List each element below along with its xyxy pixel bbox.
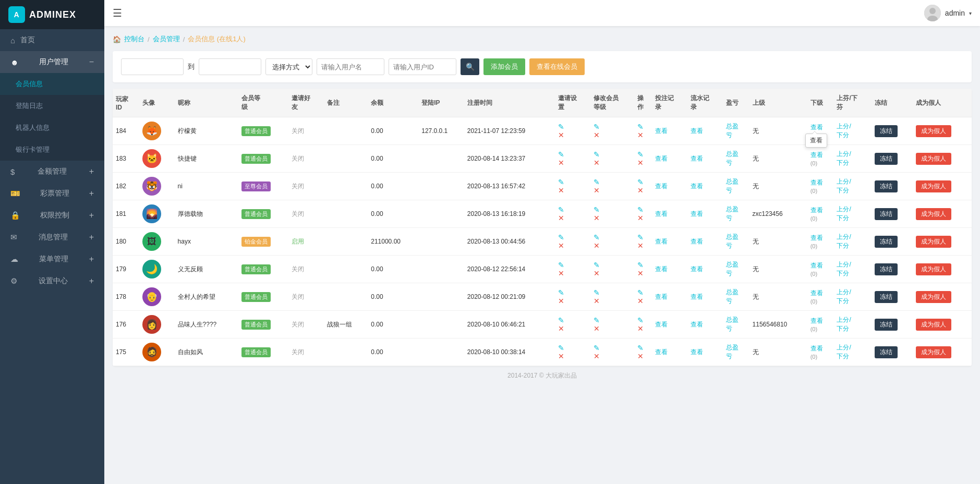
sidebar-item-member-info[interactable]: 会员信息	[0, 73, 104, 95]
down-score-link[interactable]: 下分	[837, 325, 849, 332]
breadcrumb-member-mgmt[interactable]: 会员管理	[153, 34, 180, 44]
become-fake-button[interactable]: 成为假人	[916, 180, 951, 192]
sidebar-item-lottery[interactable]: 🎫 彩票管理 +	[0, 183, 104, 204]
become-fake-button[interactable]: 成为假人	[916, 319, 951, 331]
freeze-button[interactable]: 冻结	[875, 319, 898, 331]
view-lower-link[interactable]: 查看	[810, 207, 823, 214]
flow-record-link[interactable]: 查看	[691, 348, 703, 356]
invite-setting-edit-icon[interactable]: ✎	[558, 178, 564, 186]
freeze-button[interactable]: 冻结	[875, 263, 898, 275]
ops-edit-icon[interactable]: ✎	[637, 288, 644, 297]
become-fake-button[interactable]: 成为假人	[916, 208, 951, 220]
down-score-link[interactable]: 下分	[837, 159, 849, 166]
view-lower-link[interactable]: 查看	[810, 289, 823, 297]
flow-record-link[interactable]: 查看	[691, 155, 703, 162]
freeze-button[interactable]: 冻结	[875, 125, 898, 137]
ops-edit-icon[interactable]: ✎	[637, 233, 644, 241]
modify-level-edit-icon[interactable]: ✎	[594, 205, 600, 214]
add-member-button[interactable]: 添加会员	[483, 58, 525, 75]
down-score-link[interactable]: 下分	[837, 214, 849, 222]
flow-record-link[interactable]: 查看	[691, 265, 703, 273]
bet-record-link[interactable]: 查看	[655, 238, 668, 245]
become-fake-button[interactable]: 成为假人	[916, 153, 951, 165]
up-score-link[interactable]: 上分/	[837, 178, 851, 185]
view-lower-link[interactable]: 查看	[810, 124, 823, 131]
invite-setting-edit-icon[interactable]: ✎	[558, 316, 564, 324]
view-lower-link[interactable]: 查看	[810, 345, 823, 352]
sidebar-item-menu-mgmt[interactable]: ☁ 菜单管理 +	[0, 248, 104, 270]
bet-record-link[interactable]: 查看	[655, 348, 668, 356]
profit-link[interactable]: 总盈亏	[726, 178, 739, 194]
ops-edit-icon[interactable]: ✎	[637, 123, 644, 131]
profit-link[interactable]: 总盈亏	[726, 150, 739, 166]
invite-setting-edit-icon[interactable]: ✎	[558, 288, 564, 297]
up-score-link[interactable]: 上分/	[837, 288, 851, 296]
profit-link[interactable]: 总盈亏	[726, 316, 739, 332]
sidebar-item-login-log[interactable]: 登陆日志	[0, 95, 104, 117]
invite-setting-edit-icon[interactable]: ✎	[558, 123, 564, 131]
breadcrumb-dashboard[interactable]: 控制台	[124, 34, 144, 44]
profit-link[interactable]: 总盈亏	[726, 233, 739, 249]
become-fake-button[interactable]: 成为假人	[916, 346, 951, 358]
modify-level-edit-icon[interactable]: ✎	[594, 261, 600, 269]
modify-level-edit-icon[interactable]: ✎	[594, 233, 600, 241]
down-score-link[interactable]: 下分	[837, 297, 849, 305]
up-score-link[interactable]: 上分/	[837, 150, 851, 158]
sidebar-item-message[interactable]: ✉ 消息管理 +	[0, 226, 104, 248]
search-button[interactable]: 🔍	[461, 58, 479, 75]
freeze-button[interactable]: 冻结	[875, 291, 898, 303]
ops-edit-icon[interactable]: ✎	[637, 150, 644, 159]
become-fake-button[interactable]: 成为假人	[916, 236, 951, 248]
flow-record-link[interactable]: 查看	[691, 293, 703, 300]
sidebar-item-user-mgmt[interactable]: ☻ 用户管理 −	[0, 51, 104, 73]
bet-record-link[interactable]: 查看	[655, 210, 668, 217]
freeze-button[interactable]: 冻结	[875, 236, 898, 248]
invite-setting-edit-icon[interactable]: ✎	[558, 205, 564, 214]
flow-record-link[interactable]: 查看	[691, 238, 703, 245]
up-score-link[interactable]: 上分/	[837, 344, 851, 351]
profit-link[interactable]: 总盈亏	[726, 288, 739, 305]
ops-edit-icon[interactable]: ✎	[637, 261, 644, 269]
down-score-link[interactable]: 下分	[837, 353, 849, 360]
ops-edit-icon[interactable]: ✎	[637, 205, 644, 214]
modify-level-edit-icon[interactable]: ✎	[594, 344, 600, 352]
down-score-link[interactable]: 下分	[837, 131, 849, 139]
sidebar-item-settings[interactable]: ⚙ 设置中心 +	[0, 270, 104, 292]
modify-level-edit-icon[interactable]: ✎	[594, 123, 600, 131]
userid-input[interactable]	[389, 58, 456, 75]
username-input[interactable]	[317, 58, 384, 75]
view-online-button[interactable]: 查看在线会员	[529, 58, 585, 75]
sidebar-item-robot-info[interactable]: 机器人信息	[0, 117, 104, 139]
up-score-link[interactable]: 上分/	[837, 261, 851, 268]
invite-setting-edit-icon[interactable]: ✎	[558, 233, 564, 241]
become-fake-button[interactable]: 成为假人	[916, 291, 951, 303]
modify-level-edit-icon[interactable]: ✎	[594, 316, 600, 324]
freeze-button[interactable]: 冻结	[875, 208, 898, 220]
method-select[interactable]: 选择方式	[265, 58, 312, 75]
sidebar-item-home[interactable]: ⌂ 首页	[0, 29, 104, 51]
hamburger-menu[interactable]: ☰	[113, 7, 122, 19]
ops-edit-icon[interactable]: ✎	[637, 178, 644, 186]
bet-record-link[interactable]: 查看	[655, 155, 668, 162]
date-to-input[interactable]	[199, 58, 261, 75]
ops-edit-icon[interactable]: ✎	[637, 344, 644, 352]
profit-link[interactable]: 总盈亏	[726, 344, 739, 360]
freeze-button[interactable]: 冻结	[875, 346, 898, 358]
profit-link[interactable]: 总盈亏	[726, 123, 739, 139]
view-lower-link[interactable]: 查看	[810, 262, 823, 269]
ops-edit-icon[interactable]: ✎	[637, 316, 644, 324]
sidebar-item-bank-card[interactable]: 银行卡管理	[0, 139, 104, 161]
sidebar-item-finance[interactable]: $ 金额管理 +	[0, 161, 104, 183]
flow-record-link[interactable]: 查看	[691, 321, 703, 328]
down-score-link[interactable]: 下分	[837, 270, 849, 277]
up-score-link[interactable]: 上分/	[837, 316, 851, 323]
bet-record-link[interactable]: 查看	[655, 293, 668, 300]
up-score-link[interactable]: 上分/	[837, 233, 851, 240]
view-lower-link[interactable]: 查看	[810, 317, 823, 324]
profit-link[interactable]: 总盈亏	[726, 261, 739, 277]
view-lower-link[interactable]: 查看	[810, 179, 823, 186]
date-from-input[interactable]	[121, 58, 184, 75]
freeze-button[interactable]: 冻结	[875, 180, 898, 192]
freeze-button[interactable]: 冻结	[875, 153, 898, 165]
profit-link[interactable]: 总盈亏	[726, 205, 739, 222]
